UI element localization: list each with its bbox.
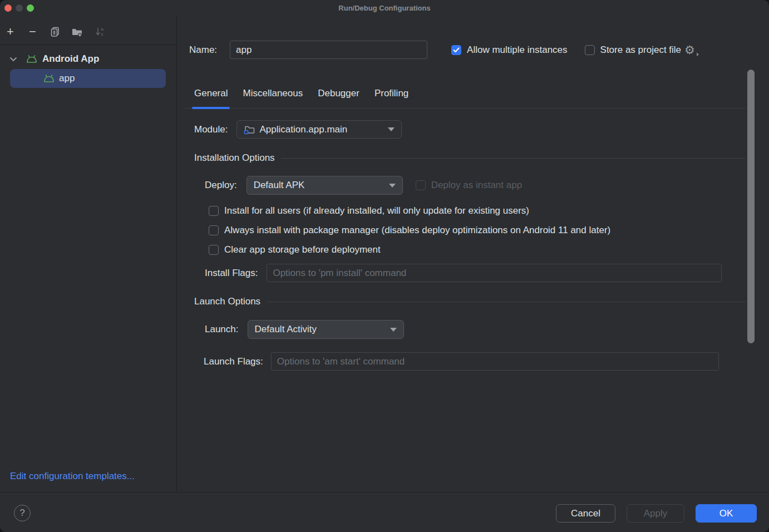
launch-options-title: Launch Options (194, 296, 260, 307)
tree-item-app-selected[interactable]: app (10, 69, 166, 88)
launch-flags-input[interactable] (271, 352, 719, 371)
minimize-window-button (16, 4, 23, 12)
new-folder-icon[interactable] (71, 26, 83, 37)
launch-flags-label: Launch Flags: (204, 356, 263, 367)
clear-app-storage-checkbox[interactable] (209, 245, 219, 255)
cancel-button[interactable]: Cancel (556, 504, 615, 523)
installation-options-title: Installation Options (194, 152, 275, 164)
footer-buttons: Cancel Apply OK (556, 504, 757, 523)
install-flags-row: Install Flags: (205, 264, 722, 282)
always-install-package-manager-row: Always install with package manager (dis… (209, 225, 610, 236)
zoom-window-button[interactable] (27, 4, 34, 12)
install-for-all-users-row: Install for all users (if already instal… (209, 205, 529, 216)
launch-row: Launch: Default Activity (205, 320, 404, 339)
deploy-label: Deploy: (205, 180, 237, 191)
allow-multiple-instances-label[interactable]: Allow multiple instances (467, 45, 567, 56)
help-icon: ? (19, 508, 24, 519)
tab-general[interactable]: General (194, 88, 228, 107)
copy-configuration-icon[interactable] (49, 26, 61, 37)
sidebar-toolbar: + − (4, 26, 105, 37)
deploy-as-instant-app-label: Deploy as instant app (431, 180, 522, 191)
window-title: Run/Debug Configurations (338, 4, 430, 12)
launch-dropdown[interactable]: Default Activity (248, 320, 404, 339)
svg-text:a: a (101, 27, 103, 32)
store-as-project-file-label[interactable]: Store as project file (600, 45, 682, 56)
allow-multiple-instances-checkbox[interactable] (451, 45, 461, 55)
ok-button[interactable]: OK (696, 504, 757, 523)
deploy-as-instant-app-checkbox (416, 180, 426, 190)
configuration-editor-panel: Name: Allow multiple instances Store as … (177, 16, 769, 491)
tree-group-label: Android App (42, 53, 99, 65)
launch-value: Default Activity (255, 324, 317, 335)
always-install-package-manager-label[interactable]: Always install with package manager (dis… (224, 225, 610, 236)
module-label: Module: (194, 124, 228, 135)
add-configuration-icon[interactable]: + (4, 26, 16, 37)
configurations-sidebar: + − (0, 16, 177, 491)
launch-flags-row: Launch Flags: (204, 352, 719, 371)
help-button[interactable]: ? (14, 505, 31, 521)
launch-label: Launch: (205, 324, 239, 335)
tab-profiling[interactable]: Profiling (374, 88, 408, 107)
name-label: Name: (189, 45, 217, 56)
deploy-value: Default APK (254, 180, 305, 191)
traffic-lights (4, 4, 34, 12)
module-row: Module: Application.app.main (194, 120, 402, 139)
android-icon (26, 55, 38, 63)
tree-group-android-app[interactable]: Android App (0, 50, 99, 68)
name-input[interactable] (230, 41, 427, 59)
section-divider (281, 158, 746, 159)
dropdown-arrow-icon (388, 127, 395, 131)
install-flags-label: Install Flags: (205, 268, 258, 279)
svg-text:z: z (101, 32, 103, 37)
tab-debugger[interactable]: Debugger (318, 88, 359, 107)
module-icon (244, 125, 255, 135)
dropdown-arrow-icon (389, 184, 396, 188)
sidebar-toolbar-divider (0, 45, 176, 45)
clear-app-storage-row: Clear app storage before deployment (209, 244, 381, 255)
deploy-row: Deploy: Default APK Deploy as instant ap… (205, 176, 522, 195)
install-for-all-users-label[interactable]: Install for all users (if already instal… (224, 205, 529, 216)
deploy-dropdown[interactable]: Default APK (247, 176, 403, 195)
close-window-button[interactable] (4, 4, 12, 12)
tab-bar: General Miscellaneous Debugger Profiling (194, 88, 408, 107)
section-divider (267, 302, 746, 302)
tree-item-label: app (59, 73, 75, 84)
always-install-package-manager-checkbox[interactable] (209, 225, 219, 235)
gear-icon[interactable]: ⚙ (684, 44, 695, 56)
vertical-scrollbar-thumb[interactable] (747, 70, 755, 343)
module-dropdown[interactable]: Application.app.main (236, 120, 402, 139)
clear-app-storage-label[interactable]: Clear app storage before deployment (224, 244, 381, 255)
install-for-all-users-checkbox[interactable] (209, 206, 219, 216)
chevron-down-icon[interactable] (9, 57, 17, 62)
installation-options-header: Installation Options (194, 152, 746, 164)
install-flags-input[interactable] (267, 264, 722, 282)
apply-button: Apply (627, 504, 684, 523)
edit-configuration-templates-link[interactable]: Edit configuration templates... (10, 471, 135, 482)
dropdown-arrow-icon (390, 328, 397, 332)
title-bar: Run/Debug Configurations (0, 0, 769, 16)
run-debug-configurations-dialog: Run/Debug Configurations + − (0, 0, 769, 532)
module-value: Application.app.main (259, 124, 347, 135)
name-row: Name: Allow multiple instances Store as … (189, 41, 762, 59)
launch-options-header: Launch Options (194, 296, 746, 307)
dialog-footer: ? Cancel Apply OK (0, 492, 769, 532)
sort-configurations-icon: a z (93, 26, 105, 37)
android-icon (43, 74, 55, 83)
tab-miscellaneous[interactable]: Miscellaneous (243, 88, 303, 107)
remove-configuration-icon[interactable]: − (27, 26, 38, 37)
tabs-divider (185, 108, 746, 109)
store-as-project-file-checkbox[interactable] (585, 45, 595, 55)
